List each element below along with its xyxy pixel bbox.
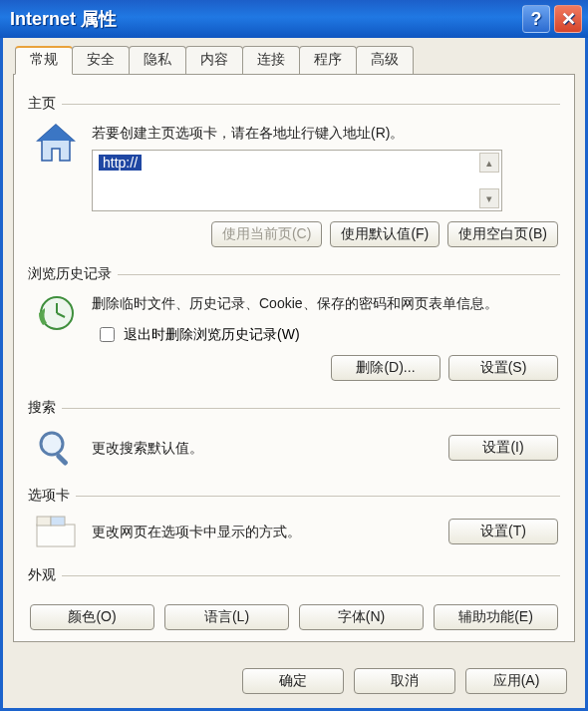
svg-point-5 (41, 433, 63, 455)
group-search: 搜索 更改搜索默认值。 设置(I) (28, 399, 560, 469)
homepage-desc: 若要创建主页选项卡，请在各地址行键入地址(R)。 (92, 123, 558, 144)
use-default-button[interactable]: 使用默认值(F) (330, 221, 440, 247)
group-history-legend: 浏览历史记录 (28, 265, 118, 283)
svg-rect-9 (51, 517, 65, 526)
tab-connections[interactable]: 连接 (242, 46, 300, 75)
group-tabs: 选项卡 更改网页在选项卡中显示的方式。 设置(T) (28, 487, 560, 548)
dialog-button-row: 确定 取消 应用(A) (242, 668, 567, 694)
group-homepage: 主页 若要创建主页选项卡，请在各地址行键入地址(R)。 http:// ▴ ▾ (28, 95, 560, 247)
homepage-url-value: http:// (99, 155, 142, 171)
languages-button[interactable]: 语言(L) (164, 604, 289, 630)
tabs-settings-button[interactable]: 设置(T) (448, 519, 558, 544)
history-settings-button[interactable]: 设置(S) (448, 355, 558, 381)
group-appearance-legend: 外观 (28, 566, 62, 584)
tab-content[interactable]: 内容 (185, 46, 243, 75)
scroll-up-icon[interactable]: ▴ (479, 153, 499, 173)
tab-general[interactable]: 常规 (15, 46, 73, 75)
apply-button[interactable]: 应用(A) (465, 668, 567, 694)
window-title: Internet 属性 (10, 7, 117, 31)
tab-security[interactable]: 安全 (72, 46, 130, 75)
home-icon (30, 123, 82, 165)
group-tabs-legend: 选项卡 (28, 487, 76, 505)
delete-on-exit-checkbox[interactable]: 退出时删除浏览历史记录(W) (96, 324, 558, 345)
svg-rect-8 (37, 517, 51, 526)
tab-advanced[interactable]: 高级 (356, 46, 414, 75)
history-icon (30, 293, 82, 335)
delete-on-exit-input[interactable] (100, 327, 115, 342)
svg-rect-7 (37, 525, 75, 546)
homepage-url-input[interactable]: http:// ▴ ▾ (92, 150, 502, 211)
tab-strip: 常规 安全 隐私 内容 连接 程序 高级 (15, 46, 575, 75)
tabs-desc: 更改网页在选项卡中显示的方式。 (92, 522, 439, 542)
accessibility-button[interactable]: 辅助功能(E) (434, 604, 558, 630)
search-icon (30, 427, 82, 469)
help-button[interactable]: ? (522, 5, 550, 33)
use-blank-button[interactable]: 使用空白页(B) (447, 221, 558, 247)
colors-button[interactable]: 颜色(O) (30, 604, 154, 630)
tabs-icon (30, 515, 82, 548)
scroll-down-icon[interactable]: ▾ (479, 188, 499, 208)
delete-on-exit-label: 退出时删除浏览历史记录(W) (124, 326, 300, 344)
tab-programs[interactable]: 程序 (299, 46, 357, 75)
ok-button[interactable]: 确定 (242, 668, 344, 694)
group-appearance: 外观 颜色(O) 语言(L) 字体(N) 辅助功能(E) (28, 566, 560, 630)
search-desc: 更改搜索默认值。 (92, 438, 439, 459)
svg-marker-1 (38, 125, 74, 141)
dialog-client: 常规 安全 隐私 内容 连接 程序 高级 主页 若要创建主页选项卡，请在各地址行… (0, 38, 588, 711)
tab-panel-general: 主页 若要创建主页选项卡，请在各地址行键入地址(R)。 http:// ▴ ▾ (13, 74, 575, 642)
search-settings-button[interactable]: 设置(I) (448, 435, 558, 461)
group-homepage-legend: 主页 (28, 95, 62, 113)
svg-rect-6 (55, 453, 68, 466)
history-delete-button[interactable]: 删除(D)... (331, 355, 441, 381)
use-current-page-button: 使用当前页(C) (211, 221, 322, 247)
close-button[interactable]: ✕ (554, 5, 582, 33)
tab-privacy[interactable]: 隐私 (129, 46, 186, 75)
history-desc: 删除临时文件、历史记录、Cookie、保存的密码和网页表单信息。 (92, 293, 558, 314)
fonts-button[interactable]: 字体(N) (299, 604, 424, 630)
group-history: 浏览历史记录 删除临时文件、历史记录、Cookie、保存的密码和网页表单信息。 … (28, 265, 560, 381)
title-bar: Internet 属性 ? ✕ (0, 0, 588, 38)
group-search-legend: 搜索 (28, 399, 62, 417)
cancel-button[interactable]: 取消 (354, 668, 455, 694)
